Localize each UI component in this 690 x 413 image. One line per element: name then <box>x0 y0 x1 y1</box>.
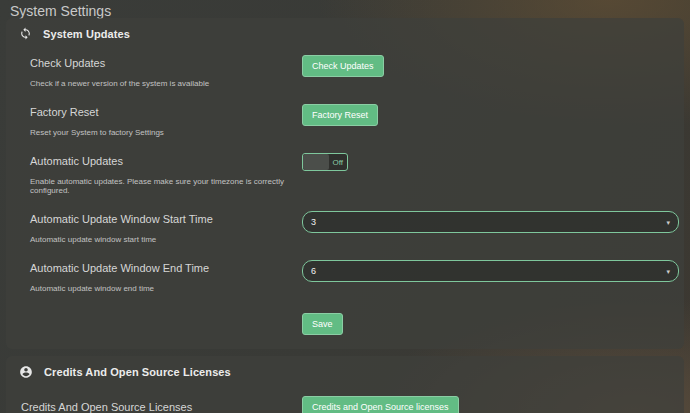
select-value: 3 <box>311 217 316 227</box>
setting-label: Automatic Update Window Start Time <box>30 213 302 225</box>
refresh-icon <box>19 27 32 40</box>
setting-description: Automatic update window start time <box>30 235 302 244</box>
toggle-state-label: Off <box>329 154 347 170</box>
setting-row-update-window-start: Automatic Update Window Start Time Autom… <box>6 203 684 252</box>
setting-control: Factory Reset <box>302 104 679 126</box>
check-updates-button[interactable]: Check Updates <box>302 55 384 77</box>
setting-control: 6 ▾ <box>302 260 679 282</box>
end-time-select[interactable]: 6 ▾ <box>302 260 679 282</box>
section-credits: Credits And Open Source Licenses Credits… <box>6 356 684 413</box>
setting-text: Check Updates Check if a newer version o… <box>30 55 302 88</box>
credits-button[interactable]: Credits and Open Source licenses <box>302 396 459 413</box>
setting-label: Check Updates <box>30 57 302 69</box>
setting-text: Automatic Updates Enable automatic updat… <box>30 153 302 195</box>
system-settings-page: System Settings System Updates Check Upd… <box>0 0 690 413</box>
setting-label: Automatic Updates <box>30 155 302 167</box>
setting-description: Automatic update window end time <box>30 284 302 293</box>
setting-description: Check if a newer version of the system i… <box>30 79 302 88</box>
select-value: 6 <box>311 266 316 276</box>
setting-row-credits: Credits And Open Source Licenses Credits… <box>6 386 684 413</box>
section-system-updates: System Updates Check Updates Check if a … <box>6 18 684 349</box>
setting-text: Automatic Update Window End Time Automat… <box>30 260 302 293</box>
section-title: Credits And Open Source Licenses <box>44 366 231 378</box>
automatic-updates-toggle[interactable]: Off <box>302 153 348 171</box>
system-updates-header: System Updates <box>6 18 684 47</box>
setting-row-factory-reset: Factory Reset Reset your System to facto… <box>6 96 684 145</box>
save-row: Save <box>6 301 684 349</box>
section-title: System Updates <box>43 28 130 40</box>
setting-label: Automatic Update Window End Time <box>30 262 302 274</box>
setting-row-check-updates: Check Updates Check if a newer version o… <box>6 47 684 96</box>
setting-control: 3 ▾ <box>302 211 679 233</box>
setting-label: Factory Reset <box>30 106 302 118</box>
setting-text: Automatic Update Window Start Time Autom… <box>30 211 302 244</box>
chevron-down-icon: ▾ <box>666 268 670 275</box>
page-title: System Settings <box>10 3 111 19</box>
setting-row-update-window-end: Automatic Update Window End Time Automat… <box>6 252 684 301</box>
setting-control: Off <box>302 153 679 171</box>
user-circle-icon <box>19 365 33 379</box>
save-spacer <box>30 313 302 335</box>
setting-control: Check Updates <box>302 55 679 77</box>
setting-description: Reset your System to factory Settings <box>30 128 302 137</box>
start-time-select[interactable]: 3 ▾ <box>302 211 679 233</box>
setting-label: Credits And Open Source Licenses <box>21 401 302 413</box>
credits-header: Credits And Open Source Licenses <box>6 356 684 386</box>
save-button[interactable]: Save <box>302 313 343 335</box>
chevron-down-icon: ▾ <box>666 219 670 226</box>
factory-reset-button[interactable]: Factory Reset <box>302 104 378 126</box>
setting-row-automatic-updates: Automatic Updates Enable automatic updat… <box>6 145 684 203</box>
setting-text: Factory Reset Reset your System to facto… <box>30 104 302 137</box>
toggle-handle <box>303 154 329 170</box>
setting-description: Enable automatic updates. Please make su… <box>30 177 302 195</box>
page-header: System Settings <box>0 0 690 18</box>
